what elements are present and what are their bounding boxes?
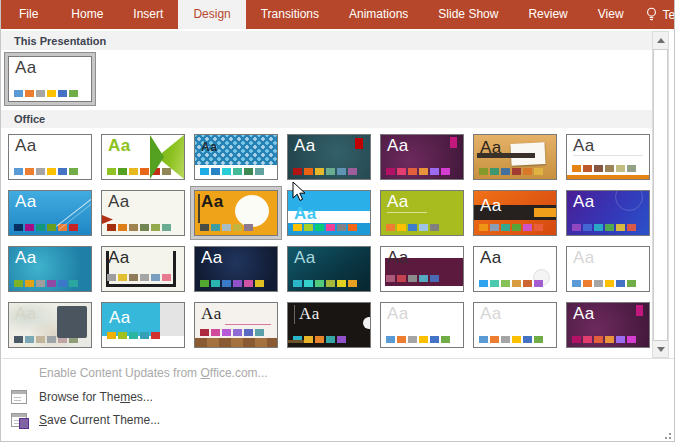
theme-aa-label: Aa xyxy=(387,249,409,268)
ribbon-tabs: FileHomeInsertDesignTransitionsAnimation… xyxy=(1,0,639,29)
theme-swatches xyxy=(14,336,78,343)
tell-me-button[interactable]: Tel xyxy=(639,0,675,29)
theme-thumbnail[interactable]: Aa xyxy=(190,298,282,352)
theme-thumbnail[interactable]: Aa xyxy=(469,242,561,296)
theme-swatches xyxy=(14,224,78,231)
theme-aa-label: Aa xyxy=(108,193,130,212)
theme-swatches xyxy=(200,280,264,287)
theme-aa-label: Aa xyxy=(294,249,316,268)
theme-swatches xyxy=(107,168,171,175)
gallery-scrollbar[interactable] xyxy=(652,31,669,358)
section-title: Office xyxy=(1,113,45,125)
theme-swatches xyxy=(479,336,543,343)
tab-home[interactable]: Home xyxy=(56,0,118,29)
theme-aa-label: Aa xyxy=(108,137,131,156)
theme-preview: Aa xyxy=(194,134,278,180)
theme-thumbnail[interactable]: Aa xyxy=(4,186,96,240)
theme-aa-label: Aa xyxy=(387,137,409,156)
theme-thumbnail[interactable]: Aa xyxy=(190,242,282,296)
theme-preview: Aa xyxy=(101,190,185,236)
theme-thumbnail[interactable]: Aa xyxy=(562,186,654,240)
theme-aa-label: Aa xyxy=(480,197,502,216)
theme-thumbnail[interactable]: Aa xyxy=(562,130,654,184)
theme-thumbnail[interactable]: Aa xyxy=(283,242,375,296)
tab-insert[interactable]: Insert xyxy=(118,0,178,29)
theme-thumbnail[interactable]: Aa xyxy=(190,130,282,184)
theme-aa-label: Aa xyxy=(573,249,595,268)
theme-thumbnail[interactable]: Aa xyxy=(97,242,189,296)
theme-swatches xyxy=(479,224,543,231)
theme-thumbnail[interactable]: Aa xyxy=(283,130,375,184)
theme-swatches xyxy=(479,280,543,287)
theme-thumbnail[interactable]: Aa xyxy=(469,186,561,240)
theme-thumbnail[interactable]: Aa xyxy=(469,130,561,184)
theme-thumbnail[interactable]: Aa xyxy=(562,242,654,296)
theme-swatches xyxy=(14,90,78,97)
theme-preview: Aa xyxy=(380,246,464,292)
theme-thumbnail[interactable]: Aa xyxy=(376,298,468,352)
theme-aa-label: Aa xyxy=(573,137,595,156)
theme-preview: Aa xyxy=(101,246,185,292)
scrollbar-thumb[interactable] xyxy=(653,49,668,341)
theme-thumbnail[interactable]: Aa xyxy=(97,130,189,184)
theme-thumbnail[interactable]: Aa xyxy=(97,186,189,240)
tab-file[interactable]: File xyxy=(1,0,56,29)
tab-transitions[interactable]: Transitions xyxy=(246,0,334,29)
theme-preview: Aa xyxy=(194,190,278,236)
theme-thumbnail[interactable]: Aa xyxy=(376,186,468,240)
theme-thumbnail[interactable]: Aa xyxy=(4,242,96,296)
theme-thumbnail[interactable]: Aa xyxy=(469,298,561,352)
theme-swatches xyxy=(293,168,357,175)
office-themes-grid: AaAaAaAaAaAaAaAaAaAaAaAaAaAaAaAaAaAaAaAa… xyxy=(4,130,654,354)
triangle-down-icon xyxy=(657,347,665,352)
browse-themes-icon xyxy=(11,390,27,404)
theme-thumbnail[interactable]: Aa xyxy=(97,298,189,352)
save-current-theme-item[interactable]: Save Current Theme... xyxy=(1,409,649,431)
theme-preview: Aa xyxy=(8,302,92,348)
tab-animations[interactable]: Animations xyxy=(334,0,423,29)
theme-aa-label: Aa xyxy=(480,305,502,324)
theme-swatches xyxy=(107,332,160,339)
theme-preview: Aa xyxy=(380,190,464,236)
theme-preview: Aa xyxy=(566,302,650,348)
theme-row: AaAaAaAaAaAaAa xyxy=(4,242,654,296)
tab-view[interactable]: View xyxy=(583,0,639,29)
theme-row: AaAaAaAaAaAaAa xyxy=(4,130,654,184)
theme-thumbnail[interactable]: Aa xyxy=(283,298,375,352)
theme-thumbnail[interactable]: Aa xyxy=(4,298,96,352)
theme-preview: Aa xyxy=(473,134,557,180)
theme-thumbnail[interactable]: Aa xyxy=(376,130,468,184)
theme-swatches xyxy=(107,224,171,231)
theme-swatches xyxy=(107,274,171,281)
lightbulb-icon xyxy=(645,7,658,22)
theme-thumbnail[interactable]: Aa xyxy=(562,298,654,352)
theme-aa-label: Aa xyxy=(201,249,223,268)
tab-review[interactable]: Review xyxy=(513,0,582,29)
theme-row: AaAaAaAaAaAaAa xyxy=(4,298,654,352)
tab-design[interactable]: Design xyxy=(178,0,245,29)
theme-swatches xyxy=(200,224,253,231)
theme-aa-label: Aa xyxy=(15,305,37,324)
scroll-up-button[interactable] xyxy=(653,32,668,48)
theme-swatches xyxy=(293,336,346,343)
tell-me-label: Tel xyxy=(663,8,675,22)
theme-thumbnail[interactable]: Aa xyxy=(4,52,96,106)
theme-thumbnail[interactable]: Aa xyxy=(376,242,468,296)
theme-preview: Aa xyxy=(8,246,92,292)
theme-thumbnail[interactable]: Aa xyxy=(190,186,282,240)
scroll-down-button[interactable] xyxy=(653,341,668,357)
theme-swatches xyxy=(572,280,636,287)
section-title: This Presentation xyxy=(1,35,106,47)
theme-swatches xyxy=(14,280,78,287)
triangle-up-icon xyxy=(657,38,665,43)
theme-aa-label: Aa xyxy=(480,249,502,268)
browse-for-themes-item[interactable]: Browse for Themes... xyxy=(1,386,649,408)
theme-thumbnail[interactable]: Aa xyxy=(4,130,96,184)
ribbon-tab-bar: FileHomeInsertDesignTransitionsAnimation… xyxy=(1,0,675,29)
theme-preview: Aa xyxy=(8,190,92,236)
theme-swatches xyxy=(200,329,264,336)
resize-grip[interactable] xyxy=(661,429,671,439)
theme-aa-label: Aa xyxy=(294,305,320,324)
tab-slide-show[interactable]: Slide Show xyxy=(423,0,513,29)
save-current-theme-label: Save Current Theme... xyxy=(39,413,160,427)
